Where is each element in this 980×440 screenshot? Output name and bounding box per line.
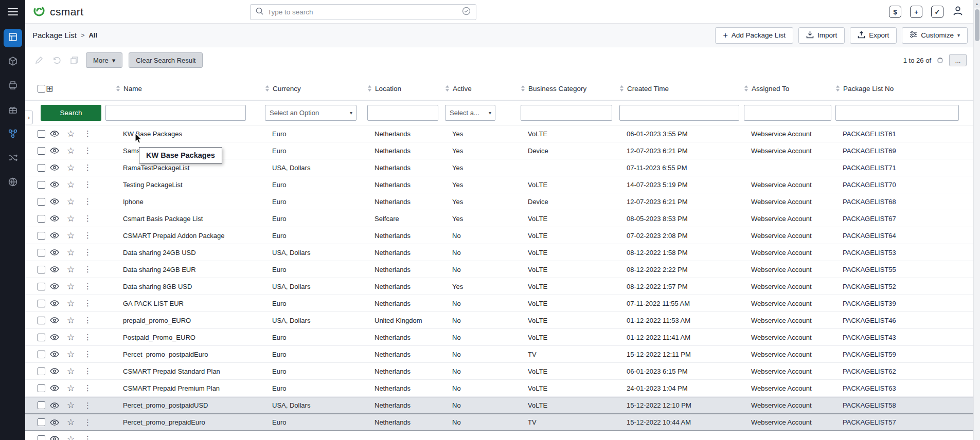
user-profile-icon[interactable] [952, 5, 964, 19]
column-header-package-list-no[interactable]: Package List No [835, 85, 980, 93]
row-checkbox[interactable] [38, 283, 45, 290]
import-button[interactable]: Import [798, 27, 845, 44]
favorite-star-icon[interactable]: ☆ [67, 180, 75, 189]
row-name[interactable]: Data sharing 24GB EUR [105, 266, 265, 273]
row-name[interactable]: Percet_promo_postpaidUSD [105, 401, 265, 409]
row-menu-icon[interactable]: ⋮ [80, 366, 105, 376]
favorite-star-icon[interactable]: ☆ [67, 333, 75, 342]
row-checkbox[interactable] [38, 198, 45, 206]
filter-active-select[interactable]: Select a... ▾ [445, 105, 495, 121]
table-row[interactable]: ☆ ⋮ Percet_promo_postpaidUSD USA, Dollar… [25, 397, 980, 414]
view-icon[interactable] [50, 368, 59, 374]
table-row[interactable]: ☆ ⋮ Percet_promo_postpaidEuro Euro Nethe… [25, 346, 980, 363]
breadcrumb-section[interactable]: Package List [32, 31, 77, 40]
view-icon[interactable] [50, 334, 59, 340]
pagination-overflow-button[interactable]: ... [949, 54, 967, 66]
view-icon[interactable] [50, 249, 59, 255]
row-menu-icon[interactable]: ⋮ [80, 316, 105, 325]
sidebar-item-network[interactable] [4, 174, 22, 192]
scrollbar-up-icon[interactable]: ▲ [974, 0, 980, 8]
favorite-star-icon[interactable]: ☆ [67, 248, 75, 257]
row-checkbox[interactable] [38, 215, 45, 223]
table-row[interactable]: ☆ ⋮ Iphone Euro Netherlands Yes Device 1… [25, 193, 980, 210]
row-name[interactable]: Data sharing 24GB USD [105, 249, 265, 256]
row-menu-icon[interactable]: ⋮ [80, 180, 105, 189]
row-menu-icon[interactable]: ⋮ [80, 350, 105, 359]
copy-icon[interactable] [68, 54, 80, 66]
row-name[interactable]: prepaid_promo_EURO [105, 317, 265, 324]
row-menu-icon[interactable]: ⋮ [80, 248, 105, 257]
sidebar-item-integrations[interactable] [4, 150, 22, 168]
sidebar-item-packages[interactable] [4, 29, 22, 47]
table-row[interactable]: ☆ ⋮ Data sharing 24GB EUR Euro Netherlan… [25, 261, 980, 278]
export-button[interactable]: Export [850, 27, 897, 44]
row-name[interactable]: Testing PackageList [105, 181, 265, 189]
row-name[interactable]: KW Base Packages [105, 130, 265, 138]
vertical-scrollbar[interactable]: ▲ [973, 0, 980, 440]
row-menu-icon[interactable]: ⋮ [80, 401, 105, 410]
search-scope-check-icon[interactable] [462, 7, 471, 17]
column-header-location[interactable]: Location [367, 85, 445, 93]
row-name[interactable]: Csmart Basis Package List [105, 215, 265, 223]
quick-add-icon[interactable]: + [910, 6, 922, 18]
customize-button[interactable]: Customize ▾ [902, 27, 968, 44]
row-checkbox[interactable] [38, 334, 45, 341]
edit-icon[interactable] [33, 54, 45, 66]
select-all-checkbox[interactable] [38, 85, 45, 93]
view-icon[interactable] [50, 198, 59, 205]
row-menu-icon[interactable]: ⋮ [80, 299, 105, 308]
view-icon[interactable] [50, 266, 59, 272]
row-checkbox[interactable] [38, 130, 45, 138]
view-icon[interactable] [50, 283, 59, 289]
table-row[interactable]: ☆ ⋮ Data sharing 8GB USD USA, Dollars Ne… [25, 278, 980, 295]
favorite-star-icon[interactable]: ☆ [67, 163, 75, 172]
row-checkbox[interactable] [38, 368, 45, 375]
hamburger-menu-icon[interactable] [0, 0, 25, 24]
row-menu-icon[interactable]: ⋮ [80, 214, 105, 223]
row-checkbox[interactable] [38, 351, 45, 358]
filter-name-input[interactable] [105, 105, 246, 121]
undo-icon[interactable] [51, 54, 62, 66]
column-header-active[interactable]: Active [445, 85, 521, 93]
billing-icon[interactable]: $ [889, 6, 901, 18]
add-package-list-button[interactable]: + Add Package List [715, 27, 793, 44]
row-name[interactable]: Postpaid_Promo_EURO [105, 334, 265, 341]
filter-location-input[interactable] [367, 105, 438, 121]
search-button[interactable]: Search [41, 105, 101, 121]
row-menu-icon[interactable]: ⋮ [80, 383, 105, 393]
row-checkbox[interactable] [38, 266, 45, 273]
column-header-created-time[interactable]: Created Time [619, 85, 744, 93]
row-checkbox[interactable] [38, 317, 45, 324]
view-icon[interactable] [50, 215, 59, 222]
table-row[interactable]: ☆ ⋮ Data sharing 24GB USD USA, Dollars N… [25, 244, 980, 261]
row-checkbox[interactable] [38, 384, 45, 392]
table-row[interactable]: ☆ ⋮ KW Base Packages Euro Netherlands Ye… [25, 125, 980, 142]
table-row[interactable]: ☆ ⋮ CSMART Prepaid Standard Plan Euro Ne… [25, 363, 980, 380]
row-menu-icon[interactable]: ⋮ [80, 146, 105, 155]
row-name[interactable]: CSMART Prepaid Addon Package [105, 232, 265, 240]
table-row[interactable]: ☆ ⋮ GA PACK LIST EUR Euro Netherlands No… [25, 295, 980, 312]
clear-search-result-button[interactable]: Clear Search Result [129, 52, 203, 68]
row-name[interactable]: Percet_promo_postpaidEuro [105, 351, 265, 358]
row-checkbox[interactable] [38, 418, 45, 426]
row-menu-icon[interactable]: ⋮ [80, 231, 105, 240]
view-icon[interactable] [50, 351, 59, 357]
filter-currency-select[interactable]: Select an Option ▾ [265, 105, 357, 121]
row-name[interactable]: Data sharing 8GB USD [105, 283, 265, 290]
row-menu-icon[interactable]: ⋮ [80, 282, 105, 291]
view-icon[interactable] [50, 385, 59, 391]
row-checkbox[interactable] [38, 435, 45, 440]
row-menu-icon[interactable]: ⋮ [80, 265, 105, 274]
more-button[interactable]: More ▾ [86, 52, 122, 68]
table-row[interactable]: ☆ ⋮ Csmart Basis Package List Euro Selfc… [25, 210, 980, 227]
row-checkbox[interactable] [38, 249, 45, 256]
row-menu-icon[interactable]: ⋮ [80, 333, 105, 342]
row-menu-icon[interactable]: ⋮ [80, 163, 105, 172]
filter-package-list-no-input[interactable] [835, 105, 959, 121]
favorite-star-icon[interactable]: ☆ [67, 146, 75, 155]
favorite-star-icon[interactable]: ☆ [67, 435, 75, 440]
sidebar-item-inventory[interactable] [4, 77, 22, 96]
row-menu-icon[interactable]: ⋮ [80, 129, 105, 138]
table-row[interactable]: ☆ ⋮ CSMART Prepaid Premium Plan Euro Net… [25, 380, 980, 397]
row-name[interactable]: CSMART Prepaid Premium Plan [105, 384, 265, 392]
